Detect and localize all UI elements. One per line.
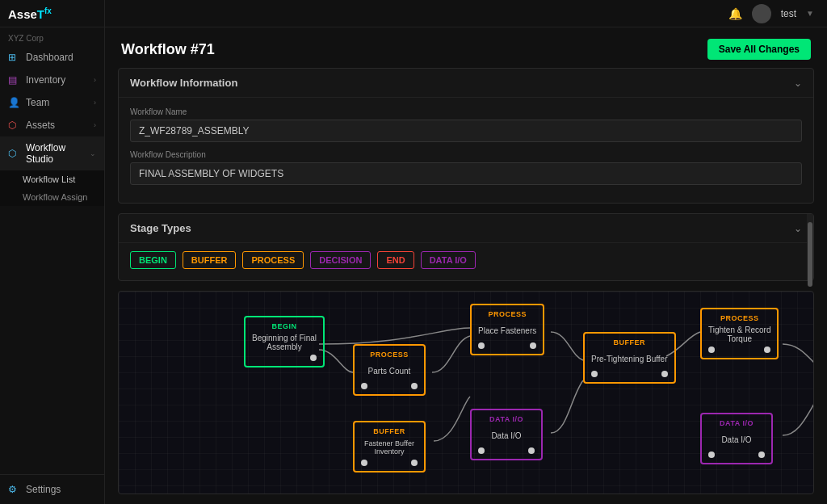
chevron-right-icon: ›: [94, 121, 96, 129]
input-dot: [478, 447, 485, 454]
org-name: XYZ Corp: [0, 27, 104, 46]
sidebar-nav: ⊞ Dashboard ▤ Inventory › 👤 Team › ⬡ Ass…: [0, 46, 104, 474]
node-process3-footer: [708, 346, 770, 353]
sidebar-item-label: Team: [26, 97, 49, 108]
node-process1-title: PROCESS: [361, 351, 418, 359]
node-begin-title: BEGIN: [252, 322, 317, 330]
sidebar-item-assets[interactable]: ⬡ Assets ›: [0, 114, 104, 136]
output-dot: [661, 371, 668, 377]
node-buffer1-body: Pre-Tightening Buffer: [591, 350, 668, 368]
user-menu-icon[interactable]: ▼: [806, 9, 814, 18]
dashboard-icon: ⊞: [8, 52, 19, 63]
node-process-place-fasteners[interactable]: PROCESS Place Fasteners: [470, 304, 544, 355]
workflow-canvas[interactable]: BEGIN Beginning of FinalAssembly PROCESS…: [118, 291, 814, 494]
sidebar-item-label: Assets: [26, 120, 55, 131]
workflow-info-body: Workflow Name Workflow Description: [119, 98, 813, 203]
topbar: 🔔 test ▼: [105, 0, 827, 27]
node-dataio2-footer: [708, 452, 765, 458]
workflow-info-section: Workflow Information ⌄ Workflow Name Wor…: [118, 68, 814, 204]
node-process1-footer: [361, 383, 418, 389]
collapse-icon: ⌄: [794, 223, 802, 234]
node-buffer2-body: Fastener BufferInventory: [361, 439, 418, 456]
input-dot: [708, 346, 715, 353]
sidebar-subitem-workflow-assign[interactable]: Workflow Assign: [0, 188, 104, 206]
node-dataio1-title: DATA I/O: [478, 415, 535, 423]
node-buffer1-footer: [591, 371, 668, 377]
notification-icon[interactable]: 🔔: [728, 7, 742, 20]
save-all-changes-button[interactable]: Save All Changes: [707, 39, 811, 60]
chevron-right-icon: ›: [94, 76, 96, 84]
workflow-name-input[interactable]: [130, 120, 802, 142]
node-begin[interactable]: BEGIN Beginning of FinalAssembly: [244, 316, 325, 368]
output-dot: [530, 342, 536, 349]
sidebar-item-inventory[interactable]: ▤ Inventory ›: [0, 69, 104, 91]
input-dot: [591, 371, 598, 377]
sidebar-item-team[interactable]: 👤 Team ›: [0, 91, 104, 114]
workflow-header: Workflow #71 Save All Changes: [105, 27, 827, 68]
output-dot: [764, 346, 770, 353]
workflow-info-header[interactable]: Workflow Information ⌄: [119, 69, 813, 98]
node-process2-title: PROCESS: [478, 310, 536, 318]
logo-text: AsseTfx: [8, 6, 52, 21]
node-process2-body: Place Fasteners: [478, 321, 536, 339]
sidebar-item-label: Dashboard: [26, 52, 73, 63]
node-begin-body: Beginning of FinalAssembly: [252, 334, 317, 351]
sidebar-item-label: Settings: [26, 484, 61, 495]
sidebar-bottom: ⚙ Settings: [0, 474, 104, 504]
workflow-name-label: Workflow Name: [130, 107, 802, 116]
workflow-info-label: Workflow Information: [130, 77, 237, 89]
node-process-tighten-torque[interactable]: PROCESS Tighten & RecordTorque: [700, 308, 779, 359]
input-dot: [478, 342, 485, 349]
tag-begin[interactable]: BEGIN: [130, 251, 176, 269]
workflow-title: Workflow #71: [121, 41, 215, 58]
sidebar-item-settings[interactable]: ⚙ Settings: [0, 478, 104, 501]
node-dataio2-title: DATA I/O: [708, 419, 765, 427]
node-process3-body: Tighten & RecordTorque: [708, 326, 770, 343]
section-scrollbar[interactable]: [807, 214, 813, 280]
chevron-right-icon: ›: [94, 99, 96, 107]
node-buffer-fastener[interactable]: BUFFER Fastener BufferInventory: [353, 421, 426, 472]
node-buffer-pre-tightening[interactable]: BUFFER Pre-Tightening Buffer: [583, 332, 676, 384]
node-dataio-2[interactable]: DATA I/O Data I/O: [700, 413, 773, 464]
workflow-desc-input[interactable]: [130, 162, 802, 185]
output-dot: [758, 452, 765, 458]
stage-types-header[interactable]: Stage Types ⌄: [119, 214, 813, 243]
workflow-desc-label: Workflow Description: [130, 150, 802, 159]
tag-buffer[interactable]: BUFFER: [183, 251, 237, 269]
content-area: Workflow #71 Save All Changes Workflow I…: [105, 27, 827, 504]
tag-dataio[interactable]: DATA I/O: [421, 251, 476, 269]
sidebar-item-label: Inventory: [26, 74, 65, 86]
main-content: 🔔 test ▼ Workflow #71 Save All Changes W…: [105, 0, 827, 504]
input-dot: [708, 452, 715, 458]
sidebar-subitem-workflow-list[interactable]: Workflow List: [0, 170, 104, 188]
sidebar-item-dashboard[interactable]: ⊞ Dashboard: [0, 46, 104, 69]
node-dataio1-footer: [478, 447, 535, 454]
node-process3-title: PROCESS: [708, 314, 770, 322]
subitem-label: Workflow List: [23, 174, 75, 184]
tag-end[interactable]: END: [377, 251, 414, 269]
node-buffer2-title: BUFFER: [361, 427, 418, 435]
tag-decision[interactable]: DECISION: [310, 251, 371, 269]
workflow-icon: ⬡: [8, 148, 19, 159]
team-icon: 👤: [8, 97, 19, 108]
node-process1-body: Parts Count: [361, 362, 418, 380]
output-dot: [411, 383, 418, 389]
scrollbar-thumb: [808, 222, 812, 287]
sidebar-item-label: Workflow Studio: [26, 142, 83, 165]
workflow-studio-subitems: Workflow List Workflow Assign: [0, 170, 104, 206]
node-dataio1-body: Data I/O: [478, 426, 535, 444]
chevron-down-icon: ⌄: [90, 149, 96, 158]
node-buffer1-title: BUFFER: [591, 338, 668, 346]
sidebar-item-workflow-studio[interactable]: ⬡ Workflow Studio ⌄: [0, 136, 104, 170]
node-dataio-1[interactable]: DATA I/O Data I/O: [470, 409, 543, 460]
input-dot: [361, 383, 367, 389]
node-process-parts-count[interactable]: PROCESS Parts Count: [353, 344, 426, 396]
stage-tags-container: BEGIN BUFFER PROCESS DECISION END DATA I…: [119, 243, 813, 280]
node-begin-footer: [252, 355, 317, 361]
output-dot: [310, 355, 317, 361]
assets-icon: ⬡: [8, 120, 19, 131]
settings-icon: ⚙: [8, 484, 19, 495]
username: test: [781, 8, 796, 19]
tag-process[interactable]: PROCESS: [242, 251, 304, 269]
output-dot: [411, 460, 418, 466]
